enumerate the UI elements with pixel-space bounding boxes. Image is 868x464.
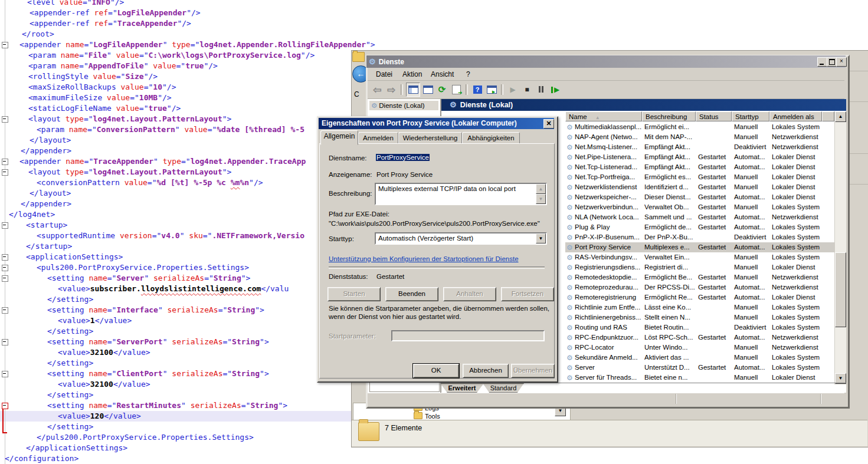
code-line[interactable]: <appender-ref ref="TraceAppender"/> <box>30 18 191 29</box>
explorer-folder-item[interactable]: Tools <box>414 412 440 419</box>
fortsetzen-button[interactable]: Fortsetzen <box>501 287 554 301</box>
menu-ansicht[interactable]: Ansicht <box>428 70 456 79</box>
view-tab-standard[interactable]: Standard <box>483 383 524 393</box>
service-row[interactable]: ⚙Multimediaklassenpl...Ermöglicht ei...M… <box>565 122 834 132</box>
code-line[interactable]: </setting> <box>47 390 93 400</box>
code-line[interactable]: </configuration> <box>5 453 78 464</box>
beenden-button[interactable]: Beenden <box>385 287 438 301</box>
code-line[interactable]: <setting name="Interface" serializeAs="S… <box>47 305 264 315</box>
dialog-titlebar[interactable]: Eigenschaften von Port Proxy Service (Lo… <box>319 118 554 129</box>
code-line[interactable]: <param name="File" value="C:\work\logs\P… <box>28 50 315 61</box>
menu-aktion[interactable]: Aktion <box>400 70 424 79</box>
fold-marker-icon[interactable] <box>2 339 8 345</box>
code-line[interactable]: <level value="INFO"/> <box>27 0 124 8</box>
code-line[interactable]: </layout> <box>30 135 71 146</box>
tree-item-dienste-lokal[interactable]: ⚙Dienste (Lokal) <box>369 101 438 110</box>
show-console-tree-icon[interactable] <box>406 83 420 97</box>
service-row[interactable]: ⚙Richtlinie zum Entfe...Lässt eine Ko...… <box>565 302 834 312</box>
service-row[interactable]: ⚙Port Proxy ServiceMultiplexes e...Gesta… <box>565 242 834 252</box>
service-row[interactable]: ⚙RemoteregistrierungErmöglicht Re...Gest… <box>565 292 834 302</box>
service-row[interactable]: ⚙RPC-Endpunktzuor...Löst RPC-Sch...Gesta… <box>565 333 834 343</box>
tab-abhängigkeiten[interactable]: Abhängigkeiten <box>462 132 520 144</box>
service-row[interactable]: ⚙Net.Msmq-Listener...Empfängt Akt...Deak… <box>565 142 834 152</box>
tab-allgemein[interactable]: Allgemein <box>320 130 358 145</box>
code-line[interactable]: <setting name="ClientPort" serializeAs="… <box>47 368 269 379</box>
starttyp-dropdown-icon[interactable]: ▼ <box>536 233 546 243</box>
service-row[interactable]: ⚙Remotedesktopdie...Ermöglicht Be...Gest… <box>565 272 834 282</box>
service-row[interactable]: ⚙Net.Tcp-Portfreiga...Ermöglicht es...Ge… <box>565 172 834 182</box>
code-line[interactable]: <puls200.PortProxyService.Properties.Set… <box>37 262 249 273</box>
tab-wiederherstellung[interactable]: Wiederherstellung <box>398 132 462 144</box>
code-line[interactable]: </applicationSettings> <box>26 443 127 453</box>
code-line[interactable]: <param name="ConversionPattern" value="%… <box>37 124 304 135</box>
fold-marker-icon[interactable] <box>2 42 8 48</box>
description-scroll-up-icon[interactable]: ▲ <box>536 184 546 194</box>
code-line[interactable]: <maxSizeRollBackups value="10"/> <box>28 82 176 93</box>
restart-service-icon[interactable]: ▶ <box>549 83 562 96</box>
fold-marker-icon[interactable] <box>2 254 8 261</box>
fold-marker-icon[interactable] <box>2 169 8 176</box>
beschreibung-textbox[interactable]: Multiplexes external TCP/IP data on loca… <box>375 183 547 205</box>
service-row[interactable]: ⚙Net.Tcp-Listenerad...Empfängt Akt...Ges… <box>565 162 834 172</box>
service-row[interactable]: ⚙RPC-LocatorUnter Windo...ManuellNetzwer… <box>565 343 834 353</box>
code-line[interactable]: </setting> <box>47 294 93 305</box>
service-row[interactable]: ⚙Routing und RASBietet Routin...Deaktivi… <box>565 323 834 333</box>
code-line[interactable]: <applicationSettings> <box>26 252 123 262</box>
code-line[interactable]: <startup> <box>26 220 67 231</box>
code-line[interactable]: </setting> <box>47 326 93 337</box>
column-header-starttyp[interactable]: Starttyp <box>732 111 769 121</box>
refresh-icon[interactable]: ⟳ <box>435 83 448 96</box>
fold-marker-icon[interactable] <box>2 275 8 282</box>
column-header-anmeldenals[interactable]: Anmelden als <box>769 111 822 121</box>
code-line[interactable]: <rollingStyle value="Size"/> <box>28 71 158 82</box>
code-line[interactable]: </setting> <box>47 422 93 432</box>
ok-button[interactable]: OK <box>413 364 459 378</box>
forward-icon[interactable]: ⇨ <box>385 83 398 96</box>
export-list-icon[interactable] <box>450 83 463 96</box>
code-line[interactable]: </root> <box>22 29 54 40</box>
code-line[interactable]: <layout type="log4net.Layout.PatternLayo… <box>28 114 231 124</box>
service-row[interactable]: ⚙RAS-Verbindungsv...Verwaltet Ein...Manu… <box>565 252 834 262</box>
service-row[interactable]: ⚙Net.Pipe-Listenera...Empfängt Akt...Ges… <box>565 152 834 162</box>
code-line[interactable]: </setting> <box>47 358 93 368</box>
startoptions-help-link[interactable]: Unterstützung beim Konfigurieren der Sta… <box>329 255 519 262</box>
service-row[interactable]: ⚙NAP-Agent (Netwo...Mit dem NAP-...Manue… <box>565 132 834 142</box>
service-row[interactable]: ⚙ServerUnterstützt D...GestartetAutomat.… <box>565 363 834 373</box>
code-line[interactable]: <layout type="log4net.Layout.PatternLayo… <box>28 167 231 177</box>
code-line[interactable]: <setting name="Server" serializeAs="Stri… <box>47 273 250 284</box>
service-row[interactable]: ⚙NLA (Network Loca...Sammelt und ...Gest… <box>565 212 834 222</box>
fold-marker-icon[interactable] <box>2 222 8 229</box>
tab-anmelden[interactable]: Anmelden <box>358 132 398 144</box>
code-line[interactable]: <value>1</value> <box>58 315 132 326</box>
service-row[interactable]: ⚙Registrierungsdiens...Registriert di...… <box>565 262 834 272</box>
fold-marker-icon[interactable] <box>2 116 8 123</box>
abbrechen-button[interactable]: Abbrechen <box>463 364 509 378</box>
description-scroll-down-icon[interactable]: ▼ <box>536 194 546 204</box>
close-icon[interactable]: × <box>836 57 847 67</box>
xml-code-editor[interactable]: <level value="INFO"/><appender-ref ref="… <box>0 0 351 464</box>
startparameter-input[interactable] <box>391 330 545 341</box>
service-row[interactable]: ⚙Remoteprozedurau...Der RPCSS-Di...Gesta… <box>565 282 834 292</box>
service-row[interactable]: ⚙Sekundäre Anmeld...Aktiviert das ...Man… <box>565 353 834 363</box>
fold-marker-icon[interactable] <box>2 265 8 271</box>
help-icon[interactable]: ? <box>471 83 484 96</box>
services-window-titlebar[interactable]: ⚙Dienste <box>366 55 846 68</box>
view-tab-erweitert[interactable]: Erweitert <box>440 383 484 393</box>
menu-?[interactable]: ? <box>464 70 473 79</box>
code-line[interactable]: <setting name="RestartMinutes" serialize… <box>47 400 287 411</box>
service-row[interactable]: ⚙Netzwerkspeicher-...Dieser Dienst...Ges… <box>565 192 834 202</box>
scrollbar-thumb[interactable] <box>835 252 846 327</box>
code-line[interactable]: <supportedRuntime version="v4.0" sku=".N… <box>37 231 304 241</box>
code-line[interactable]: <staticLogFileName value="true"/> <box>28 103 181 114</box>
service-row[interactable]: ⚙Plug & PlayErmöglicht de...GestartetAut… <box>565 222 834 232</box>
anhalten-button[interactable]: Anhalten <box>443 287 496 301</box>
code-line[interactable]: <appender-ref ref="LogFileAppender"/> <box>30 8 201 18</box>
scroll-up-icon[interactable]: ▲ <box>835 111 846 122</box>
code-line[interactable]: </startup> <box>26 241 72 252</box>
code-line[interactable]: <value>32100</value> <box>58 379 150 390</box>
column-header-name[interactable]: Name▲ <box>565 111 642 121</box>
fold-marker-icon[interactable] <box>2 159 8 165</box>
column-header-status[interactable]: Status <box>696 111 732 121</box>
code-line[interactable]: </layout> <box>30 188 71 199</box>
code-line[interactable]: <value>subscriber.lloydslistintelligence… <box>58 284 289 294</box>
